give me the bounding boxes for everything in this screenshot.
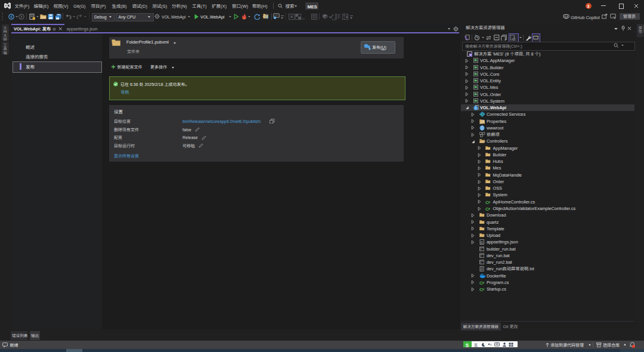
svg-text:#: # — [488, 207, 491, 211]
svg-text:#: # — [482, 280, 485, 284]
svg-text:#: # — [488, 200, 491, 203]
svg-text:#: # — [482, 288, 485, 291]
svg-text:{}: {} — [480, 240, 482, 244]
